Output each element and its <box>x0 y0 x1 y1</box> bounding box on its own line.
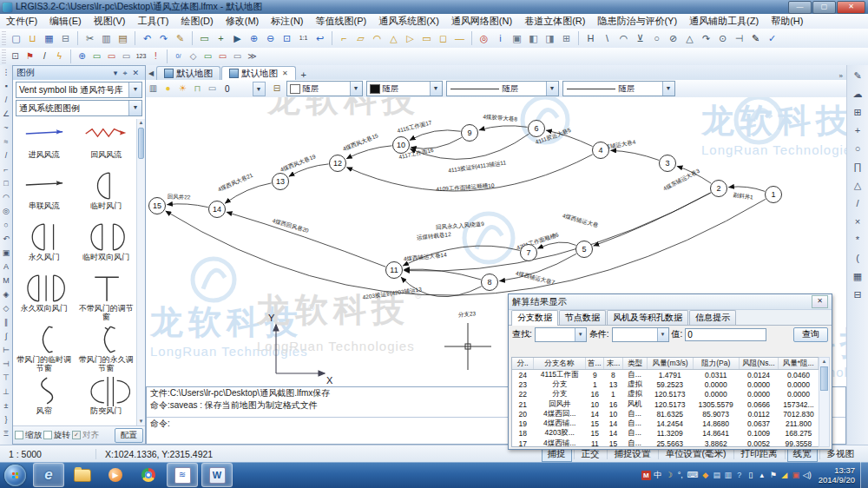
half-left-icon[interactable]: ◧ <box>526 31 541 46</box>
table-row[interactable]: 23分支113虚拟59.25230.00000.00000.0000 <box>512 379 819 389</box>
del-rect2-icon[interactable]: ▭ <box>216 50 229 63</box>
draw-triangle-icon[interactable]: △ <box>386 31 401 46</box>
zoom-checkbox[interactable] <box>15 431 23 439</box>
taskbar-clock[interactable]: 13:37 2014/9/20 <box>819 465 855 485</box>
circle-icon[interactable]: ○ <box>855 140 861 158</box>
dialog-tab-1[interactable]: 分支数据 <box>511 310 558 326</box>
pan-icon[interactable]: + <box>214 31 228 46</box>
pen-check-icon[interactable]: ✓ <box>765 31 779 46</box>
panel-menu-icon[interactable]: ▾ <box>111 69 121 77</box>
lock-icon[interactable]: ⊓ <box>191 82 204 96</box>
dot-circle-icon[interactable]: ⊙ <box>715 31 730 46</box>
format-brush-icon[interactable]: ✎ <box>173 31 187 46</box>
dropdown-arrow-icon[interactable]: ▼ <box>575 328 586 341</box>
network-node[interactable]: 8 <box>482 274 498 291</box>
arc3-icon[interactable]: ( <box>856 249 859 267</box>
legend-item[interactable]: 防突风门 <box>76 375 138 425</box>
dialog-tab-4[interactable]: 信息提示 <box>689 310 736 325</box>
moon-tray-icon[interactable]: ☽ <box>665 471 674 479</box>
menu-item[interactable]: 通风辅助工具(Z) <box>683 14 765 29</box>
draw-arc-icon[interactable]: ◠ <box>370 31 385 46</box>
chevron-double-icon[interactable]: ≫ <box>246 50 259 63</box>
line-tool-icon[interactable]: / <box>5 148 8 162</box>
zoom-window-icon[interactable]: ⊡ <box>279 31 294 46</box>
find-combo[interactable]: ▼ <box>535 327 587 342</box>
bulb-icon[interactable]: ● <box>161 82 174 96</box>
pen-tool-icon[interactable]: / <box>5 93 8 107</box>
cut-icon[interactable]: ✂ <box>82 31 97 46</box>
legend-item[interactable]: 风帘 <box>13 375 76 425</box>
zoom-1to1-icon[interactable]: 1:1 <box>296 31 311 46</box>
doc-tray-icon[interactable]: ▥ <box>724 471 733 479</box>
branch-edge[interactable] <box>410 130 461 141</box>
dropdown-arrow-icon[interactable]: ▼ <box>662 82 674 96</box>
numbers-icon[interactable]: 123 <box>135 50 148 63</box>
rect-tool-icon[interactable]: □ <box>3 176 8 190</box>
network-node[interactable]: 15 <box>149 198 166 214</box>
undo-icon[interactable]: ↶ <box>140 31 155 46</box>
save-icon[interactable]: ▦ <box>42 31 56 46</box>
legend-item[interactable]: 不带风门的调节窗 <box>76 273 138 324</box>
add-rect-icon[interactable]: ▭ <box>90 50 103 63</box>
fill-combo[interactable]: 随层 ▼ <box>366 81 443 96</box>
legend-item[interactable]: 临时风门 <box>76 170 138 221</box>
minimize-button[interactable]: — <box>788 1 812 14</box>
half-right-icon[interactable]: ◨ <box>542 31 557 46</box>
loop-tool-icon[interactable]: ↶ <box>3 232 10 246</box>
pencil-icon[interactable]: ✎ <box>853 67 861 85</box>
frame-icon[interactable]: ▣ <box>510 31 524 46</box>
zoom-out-icon[interactable]: ⊖ <box>263 31 278 46</box>
lineweight-combo[interactable]: 随层 ▼ <box>562 81 675 96</box>
taskbar-media-player[interactable]: ▶ <box>101 464 130 486</box>
draw-polyline-icon[interactable]: ▱ <box>353 31 368 46</box>
start-button[interactable] <box>4 465 26 486</box>
move-icon[interactable]: + <box>855 122 860 140</box>
table-column-header[interactable]: 分.. <box>512 358 534 369</box>
printer2-icon[interactable]: ⊟ <box>853 286 861 304</box>
show-desktop-button[interactable] <box>860 462 868 488</box>
legend-item[interactable]: 串联风流 <box>13 170 76 221</box>
null-layer-icon[interactable]: 0/ <box>172 50 185 63</box>
meter-icon[interactable]: ⊡ <box>9 50 22 63</box>
value-input[interactable]: 0 <box>685 328 766 341</box>
diamond-tool-icon[interactable]: ◇ <box>3 301 10 315</box>
info-icon[interactable]: i <box>493 31 508 46</box>
text-a-tool-icon[interactable]: A <box>3 260 9 274</box>
text-m-tool-icon[interactable]: M <box>3 274 10 287</box>
dropdown-arrow-icon[interactable]: ▼ <box>128 101 141 115</box>
branch-edge[interactable] <box>167 204 207 208</box>
taskbar-chrome[interactable] <box>134 464 163 486</box>
menu-item[interactable]: 等值线图(P) <box>310 14 373 29</box>
close-button[interactable]: ✕ <box>837 1 865 14</box>
menu-item[interactable]: 编辑(E) <box>43 14 88 29</box>
draw-shape-icon[interactable]: ▷ <box>403 31 418 46</box>
legend-item[interactable]: 进风风流 <box>13 119 76 170</box>
lang-tray-icon[interactable]: 中 <box>654 470 662 481</box>
linetype-combo[interactable]: 随层 ▼ <box>446 81 559 96</box>
menu-item[interactable]: 绘图(D) <box>174 14 219 29</box>
point-tool-icon[interactable]: ▪ <box>4 79 7 93</box>
legend-item[interactable]: 带风门的永久调节窗 <box>76 324 138 375</box>
table-row[interactable]: 194煤西辅...1514自...14.245414.86800.0637211… <box>512 419 819 428</box>
cloud-icon[interactable]: ☁ <box>853 85 863 103</box>
red-flag-icon[interactable]: ⚑ <box>23 50 36 63</box>
menu-item[interactable]: 修改(M) <box>220 14 266 29</box>
menu-item[interactable]: 帮助(H) <box>765 14 809 29</box>
curve-tool-icon[interactable]: ≈ <box>4 135 9 148</box>
menu-item[interactable]: 巷道立体图(R) <box>518 14 591 29</box>
open-folder-icon[interactable]: ⊔ <box>25 31 40 46</box>
table-column-header[interactable]: 类型 <box>623 358 648 369</box>
hatch-icon[interactable]: ▦ <box>853 267 862 286</box>
im-tray-icon[interactable]: M <box>641 471 651 480</box>
polyline-tool-icon[interactable]: ∠ <box>3 107 10 121</box>
legend-scrollbar[interactable]: ▲ ▼ <box>136 119 145 425</box>
hook-tool-icon[interactable]: ⌐ <box>3 162 8 176</box>
grid-icon[interactable]: ⊞ <box>853 103 861 122</box>
map-tab-1[interactable]: 默认地图 <box>156 66 220 80</box>
pen-black-icon[interactable]: ✎ <box>748 31 763 46</box>
paste-icon[interactable]: ▤ <box>115 31 130 46</box>
query-button[interactable]: 查询 <box>793 327 828 342</box>
shield-tray-icon[interactable]: ▣ <box>792 471 800 479</box>
table-scrollbar[interactable]: ▲ <box>819 357 830 447</box>
legend-item[interactable]: 永久风门 <box>13 221 76 273</box>
